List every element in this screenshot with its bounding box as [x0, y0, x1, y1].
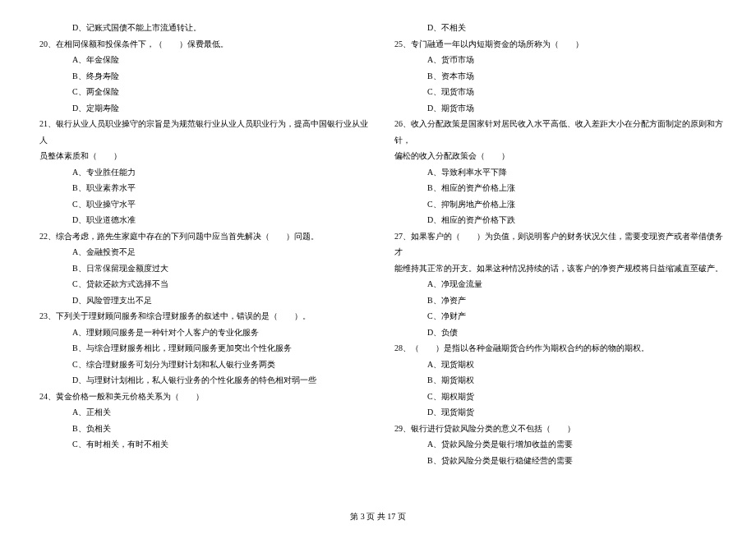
q27-option-c: C、净财产 — [427, 308, 723, 325]
q21-option-c: C、职业操守水平 — [72, 196, 368, 213]
q22-option-d: D、风险管理支出不足 — [72, 292, 368, 309]
q20-option-c: C、两全保险 — [72, 84, 368, 100]
q25-option-d: D、期货市场 — [427, 100, 723, 117]
q26-option-d: D、相应的资产价格下跌 — [427, 212, 723, 228]
q28-option-c: C、期权期货 — [427, 389, 723, 405]
q23-option-b: B、与综合理财服务相比，理财顾问服务更加突出个性化服务 — [72, 340, 368, 357]
q23-option-a: A、理财顾问服务是一种针对个人客户的专业化服务 — [72, 325, 368, 341]
q21-stem-cont: 员整体素质和（ ） — [39, 148, 368, 164]
q27-stem-cont: 能维持其正常的开支。如果这种情况持续的话，该客户的净资产规模将日益缩减直至破产。 — [394, 260, 723, 277]
q22-option-a: A、金融投资不足 — [72, 244, 368, 260]
q24-stem: 24、黄金价格一般和美元价格关系为（ ） — [39, 389, 368, 405]
page-footer: 第 3 页 共 17 页 — [0, 511, 756, 522]
q23-option-c: C、综合理财服务可划分为理财计划和私人银行业务两类 — [72, 357, 368, 373]
q23-stem: 23、下列关于理财顾问服务和综合理财服务的叙述中，错误的是（ ）。 — [39, 308, 368, 325]
q29-option-b: B、贷款风险分类是银行稳健经营的需要 — [427, 453, 723, 469]
q20-stem: 20、在相同保额和投保条件下，（ ）保费最低。 — [39, 36, 368, 53]
q28-stem: 28、（ ）是指以各种金融期货合约作为期权合约的标的物的期权。 — [394, 340, 723, 357]
q29-stem: 29、银行进行贷款风险分类的意义不包括（ ） — [394, 421, 723, 437]
q25-option-b: B、资本市场 — [427, 68, 723, 85]
q19-option-d: D、记账式国债不能上市流通转让。 — [72, 20, 368, 36]
q29-option-a: A、贷款风险分类是银行增加收益的需要 — [427, 436, 723, 453]
q27-option-d: D、负债 — [427, 325, 723, 341]
q24-option-d: D、不相关 — [427, 20, 723, 36]
q20-option-d: D、定期寿险 — [72, 100, 368, 117]
q20-option-a: A、年金保险 — [72, 52, 368, 68]
q26-option-a: A、导致利率水平下降 — [427, 164, 723, 181]
q21-stem: 21、银行从业人员职业操守的宗旨是为规范银行业从业人员职业行为，提高中国银行业从… — [39, 116, 368, 148]
q21-option-d: D、职业道德水准 — [72, 212, 368, 228]
q27-stem: 27、如果客户的（ ）为负值，则说明客户的财务状况欠佳，需要变现资产或者举借债务… — [394, 228, 723, 260]
q26-option-b: B、相应的资产价格上涨 — [427, 180, 723, 196]
q21-option-a: A、专业胜任能力 — [72, 164, 368, 181]
q24-option-a: A、正相关 — [72, 404, 368, 421]
q27-option-a: A、净现金流量 — [427, 276, 723, 292]
q28-option-b: B、期货期权 — [427, 372, 723, 389]
q25-option-a: A、货币市场 — [427, 52, 723, 68]
q21-option-b: B、职业素养水平 — [72, 180, 368, 196]
q25-option-c: C、现货市场 — [427, 84, 723, 100]
q24-option-b: B、负相关 — [72, 421, 368, 437]
left-column: D、记账式国债不能上市流通转让。 20、在相同保额和投保条件下，（ ）保费最低。… — [33, 20, 368, 468]
q27-option-b: B、净资产 — [427, 292, 723, 309]
q28-option-d: D、现货期货 — [427, 404, 723, 421]
q22-option-c: C、贷款还款方式选择不当 — [72, 276, 368, 292]
q22-option-b: B、日常保留现金额度过大 — [72, 260, 368, 277]
q25-stem: 25、专门融通一年以内短期资金的场所称为（ ） — [394, 36, 723, 53]
right-column: D、不相关 25、专门融通一年以内短期资金的场所称为（ ） A、货币市场 B、资… — [388, 20, 723, 468]
q26-stem: 26、收入分配政策是国家针对居民收入水平高低、收入差距大小在分配方面制定的原则和… — [394, 116, 723, 148]
q24-option-c: C、有时相关，有时不相关 — [72, 436, 368, 453]
q22-stem: 22、综合考虑，路先生家庭中存在的下列问题中应当首先解决（ ）问题。 — [39, 228, 368, 245]
q20-option-b: B、终身寿险 — [72, 68, 368, 85]
q26-option-c: C、抑制房地产价格上涨 — [427, 196, 723, 213]
q26-stem-cont: 偏松的收入分配政策会（ ） — [394, 148, 723, 164]
q28-option-a: A、现货期权 — [427, 357, 723, 373]
q23-option-d: D、与理财计划相比，私人银行业务的个性化服务的特色相对弱一些 — [72, 372, 368, 389]
